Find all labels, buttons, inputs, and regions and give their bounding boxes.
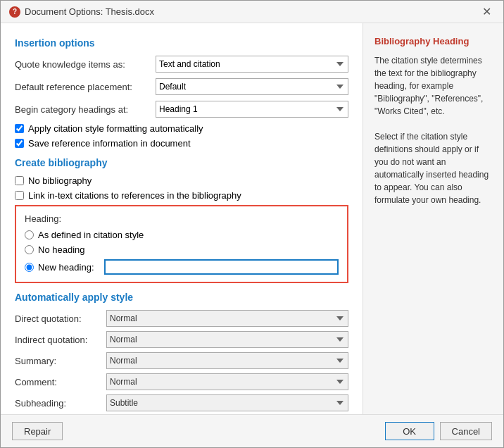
heading-at-row: Begin category headings at: Heading 1 bbox=[15, 101, 348, 118]
comment-select[interactable]: Normal bbox=[106, 373, 348, 390]
placement-row: Default reference placement: Default bbox=[15, 78, 348, 95]
close-button[interactable]: ✕ bbox=[478, 4, 495, 20]
apply-citation-label: Apply citation style formatting automati… bbox=[28, 123, 203, 134]
dialog-window: ? Document Options: Thesis.docx ✕ Insert… bbox=[0, 0, 504, 448]
comment-label: Comment: bbox=[15, 377, 106, 387]
new-heading-input[interactable]: Works Cited bbox=[104, 259, 339, 275]
subheading-select[interactable]: Subtitle bbox=[106, 394, 348, 411]
summary-row: Summary: Normal bbox=[15, 352, 348, 369]
radio2-row: No heading bbox=[25, 244, 339, 255]
summary-select[interactable]: Normal bbox=[106, 352, 348, 369]
checkbox2-row: Save reference information in document bbox=[15, 138, 348, 149]
radio-defined-in-style[interactable] bbox=[25, 230, 34, 239]
heading-at-select[interactable]: Heading 1 bbox=[156, 101, 348, 118]
save-reference-label: Save reference information in document bbox=[28, 138, 191, 149]
indirect-quotation-row: Indirect quotation: Normal bbox=[15, 331, 348, 348]
sidebar-body: The citation style determines the text f… bbox=[374, 54, 492, 206]
radio-no-heading[interactable] bbox=[25, 245, 34, 254]
auto-apply-section: Automatically apply style Direct quotati… bbox=[15, 292, 348, 414]
footer: Repair OK Cancel bbox=[1, 414, 503, 447]
heading-at-label: Begin category headings at: bbox=[15, 104, 156, 115]
main-panel: Insertion options Quote knowledge items … bbox=[1, 23, 363, 414]
sidebar: Bibliography Heading The citation style … bbox=[363, 23, 503, 414]
quote-label: Quote knowledge items as: bbox=[15, 59, 156, 70]
create-bibliography-title: Create bibliography bbox=[15, 157, 348, 168]
indirect-quotation-label: Indirect quotation: bbox=[15, 335, 106, 345]
no-bibliography-label: No bibliography bbox=[28, 175, 92, 186]
sidebar-heading: Bibliography Heading bbox=[374, 35, 492, 49]
footer-right: OK Cancel bbox=[385, 422, 492, 440]
indirect-quotation-select[interactable]: Normal bbox=[106, 331, 348, 348]
content-area: Insertion options Quote knowledge items … bbox=[1, 23, 503, 414]
link-citations-row: Link in-text citations to references in … bbox=[15, 190, 348, 201]
comment-row: Comment: Normal bbox=[15, 373, 348, 390]
direct-quotation-row: Direct quotation: Normal bbox=[15, 310, 348, 327]
cancel-button[interactable]: Cancel bbox=[440, 422, 492, 440]
placement-select[interactable]: Default bbox=[156, 78, 348, 95]
save-reference-checkbox[interactable] bbox=[15, 139, 24, 148]
insertion-options-title: Insertion options bbox=[15, 37, 348, 49]
repair-button[interactable]: Repair bbox=[12, 422, 63, 440]
no-bibliography-row: No bibliography bbox=[15, 175, 348, 186]
heading-box: Heading: As defined in citation style No… bbox=[15, 205, 348, 283]
titlebar-left: ? Document Options: Thesis.docx bbox=[9, 6, 154, 18]
link-citations-checkbox[interactable] bbox=[15, 191, 24, 200]
placement-label: Default reference placement: bbox=[15, 82, 156, 92]
subheading-row: Subheading: Subtitle bbox=[15, 394, 348, 411]
no-bibliography-checkbox[interactable] bbox=[15, 176, 24, 185]
quote-select[interactable]: Text and citation bbox=[156, 56, 348, 73]
radio1-row: As defined in citation style bbox=[25, 230, 339, 240]
summary-label: Summary: bbox=[15, 356, 106, 366]
create-bibliography-section: Create bibliography No bibliography Link… bbox=[15, 157, 348, 283]
radio1-label: As defined in citation style bbox=[38, 230, 144, 240]
quote-row: Quote knowledge items as: Text and citat… bbox=[15, 56, 348, 73]
radio-new-heading[interactable] bbox=[25, 263, 34, 272]
radio3-row: New heading: Works Cited bbox=[25, 259, 339, 275]
radio2-label: No heading bbox=[38, 244, 85, 255]
direct-quotation-label: Direct quotation: bbox=[15, 313, 106, 324]
heading-box-label: Heading: bbox=[25, 213, 339, 224]
app-icon: ? bbox=[9, 6, 20, 18]
radio3-label: New heading: bbox=[38, 262, 94, 273]
dialog-title: Document Options: Thesis.docx bbox=[25, 6, 154, 17]
apply-citation-checkbox[interactable] bbox=[15, 124, 24, 133]
titlebar: ? Document Options: Thesis.docx ✕ bbox=[1, 1, 503, 23]
subheading-label: Subheading: bbox=[15, 398, 106, 409]
insertion-options-section: Insertion options Quote knowledge items … bbox=[15, 37, 348, 149]
link-citations-label: Link in-text citations to references in … bbox=[28, 190, 241, 201]
checkbox1-row: Apply citation style formatting automati… bbox=[15, 123, 348, 134]
auto-apply-title: Automatically apply style bbox=[15, 292, 348, 303]
direct-quotation-select[interactable]: Normal bbox=[106, 310, 348, 327]
ok-button[interactable]: OK bbox=[385, 422, 434, 440]
